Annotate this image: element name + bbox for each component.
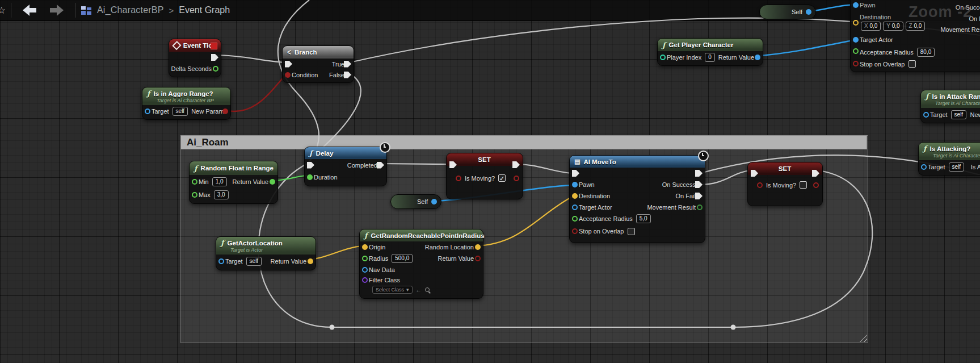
target-value-field[interactable]: self: [951, 110, 967, 119]
node-event-tick[interactable]: Event Tick Delta Seconds: [169, 39, 221, 77]
exec-out-pin[interactable]: [695, 170, 703, 177]
target-pin[interactable]: [145, 109, 150, 114]
select-class-dropdown[interactable]: Select Class▾: [372, 286, 413, 294]
reset-arrow-icon[interactable]: ←: [416, 287, 422, 293]
stop-on-overlap-checkbox[interactable]: [628, 228, 635, 235]
node-self-mid[interactable]: Self: [390, 194, 441, 209]
origin-pin[interactable]: [362, 244, 368, 250]
nav-data-pin[interactable]: [362, 267, 368, 273]
exec-in-pin[interactable]: [285, 61, 292, 68]
pin-label: Destination: [860, 14, 891, 20]
node-get-player-character[interactable]: ƒGet Player Character Player Index 0 Ret…: [657, 38, 763, 66]
random-location-pin[interactable]: [475, 244, 481, 250]
radius-value-field[interactable]: 500,0: [392, 254, 413, 263]
completed-exec-pin[interactable]: [377, 162, 384, 169]
destination-z-field[interactable]: Z 0,0: [906, 22, 926, 31]
max-pin[interactable]: [192, 192, 197, 198]
blueprint-event-graph-canvas[interactable]: Ai_Roam ☆ Ai_CharacterBP > Event Graph Z…: [0, 0, 980, 363]
destination-pin[interactable]: [572, 193, 578, 199]
return-value-pin[interactable]: [475, 256, 481, 261]
target-value-field[interactable]: self: [173, 107, 188, 116]
condition-pin[interactable]: [285, 72, 291, 78]
node-self-top[interactable]: Self: [759, 5, 816, 19]
on-fail-pin[interactable]: [695, 193, 703, 199]
target-actor-pin[interactable]: [572, 205, 578, 210]
new-param-pin[interactable]: [222, 109, 228, 114]
radius-pin[interactable]: [362, 256, 368, 261]
acceptance-radius-field[interactable]: 5,0: [636, 214, 651, 223]
pin-label: Target Actor: [579, 204, 612, 211]
is-moving-pin[interactable]: [757, 182, 763, 188]
target-actor-pin[interactable]: [853, 37, 859, 43]
exec-in-pin[interactable]: [572, 170, 579, 177]
return-value-pin[interactable]: [270, 179, 275, 185]
is-moving-checkbox-checked[interactable]: ✓: [498, 174, 506, 182]
forward-button[interactable]: [48, 5, 65, 16]
node-title: GetRandomReachablePointInRadius: [371, 232, 485, 239]
delta-seconds-pin[interactable]: [213, 66, 218, 72]
comment-header[interactable]: Ai_Roam: [180, 135, 867, 149]
target-value-field[interactable]: self: [246, 257, 262, 266]
movement-result-pin[interactable]: [697, 205, 703, 210]
node-random-float-in-range[interactable]: ƒRandom Float in Range Min 1,0 Return Va…: [189, 161, 278, 204]
player-index-pin[interactable]: [660, 55, 666, 60]
axis-label: Z: [909, 23, 912, 29]
node-set-is-moving-1[interactable]: SET Is Moving? ✓: [446, 153, 523, 199]
is-moving-pin[interactable]: [456, 176, 461, 181]
destination-x-field[interactable]: X 0,0: [861, 22, 881, 31]
return-value-pin[interactable]: [308, 258, 313, 264]
pawn-pin[interactable]: [572, 182, 578, 187]
value-out-pin[interactable]: [813, 182, 819, 188]
node-is-attacking[interactable]: ƒIs Attacking? Target is Ai Character BP…: [918, 142, 980, 176]
node-is-in-aggro-range[interactable]: ƒIs in Aggro Range? Target is Ai Charact…: [142, 87, 231, 120]
target-value-field[interactable]: self: [949, 162, 965, 172]
pin-label: Max: [199, 191, 211, 198]
node-delay[interactable]: ƒDelay Completed Duration: [304, 147, 387, 186]
favorite-star-icon[interactable]: ☆: [0, 5, 5, 16]
browse-magnifier-icon[interactable]: [425, 287, 430, 292]
exec-in-pin[interactable]: [307, 162, 314, 169]
node-set-is-moving-2[interactable]: SET Is Moving?: [747, 162, 823, 206]
min-pin[interactable]: [192, 179, 197, 185]
stop-on-overlap-pin[interactable]: [853, 61, 859, 66]
breadcrumb-graph-name[interactable]: Event Graph: [179, 5, 230, 15]
acceptance-radius-pin[interactable]: [853, 48, 859, 54]
stop-on-overlap-checkbox[interactable]: [909, 60, 916, 68]
true-exec-pin[interactable]: [344, 61, 351, 68]
player-index-field[interactable]: 0: [705, 53, 715, 62]
back-button[interactable]: [22, 5, 39, 16]
node-ai-moveto-2[interactable]: Pawn Destination X 0,0 Y 0,0 Z 0,0 Targe…: [850, 0, 980, 72]
node-ai-moveto[interactable]: ▤AI MoveTo Pawn On Success Destination O…: [569, 155, 705, 243]
min-value-field[interactable]: 1,0: [212, 177, 227, 186]
filter-class-pin[interactable]: [362, 277, 368, 283]
is-moving-checkbox-unchecked[interactable]: [800, 181, 807, 189]
max-value-field[interactable]: 3,0: [214, 190, 229, 199]
pin-label: Movement Result: [940, 26, 980, 33]
stop-on-overlap-pin[interactable]: [572, 228, 578, 234]
acceptance-radius-pin[interactable]: [572, 216, 578, 222]
target-pin[interactable]: [218, 258, 224, 264]
false-exec-pin[interactable]: [344, 72, 351, 78]
acceptance-radius-field[interactable]: 80,0: [917, 48, 935, 57]
pawn-pin[interactable]: [853, 2, 859, 8]
node-branch[interactable]: <Branch True Condition False: [282, 45, 354, 83]
exec-out-pin[interactable]: [211, 54, 218, 61]
target-pin[interactable]: [923, 112, 929, 118]
breadcrumb-blueprint-name[interactable]: Ai_CharacterBP: [97, 5, 164, 15]
duration-pin[interactable]: [307, 174, 313, 180]
comment-resize-handle[interactable]: [860, 335, 867, 342]
target-pin[interactable]: [921, 164, 927, 170]
return-value-pin[interactable]: [755, 55, 760, 60]
node-get-random-reachable-point[interactable]: ƒGetRandomReachablePointInRadius Origin …: [359, 229, 483, 299]
destination-pin[interactable]: [853, 20, 859, 26]
node-is-in-attack-range[interactable]: ƒIs in Attack Range? Target is Ai Charac…: [920, 90, 980, 123]
destination-y-field[interactable]: Y 0,0: [883, 22, 903, 31]
self-pin[interactable]: [806, 9, 811, 15]
node-get-actor-location[interactable]: ƒGetActorLocation Target is Actor Target…: [216, 236, 316, 270]
self-pin[interactable]: [431, 199, 437, 205]
event-enabled-button[interactable]: [211, 43, 217, 49]
comment-title: Ai_Roam: [187, 137, 229, 148]
node-subtitle: Target is Ai Character BP: [935, 101, 980, 106]
on-success-pin[interactable]: [695, 181, 703, 188]
value-out-pin[interactable]: [514, 176, 519, 181]
